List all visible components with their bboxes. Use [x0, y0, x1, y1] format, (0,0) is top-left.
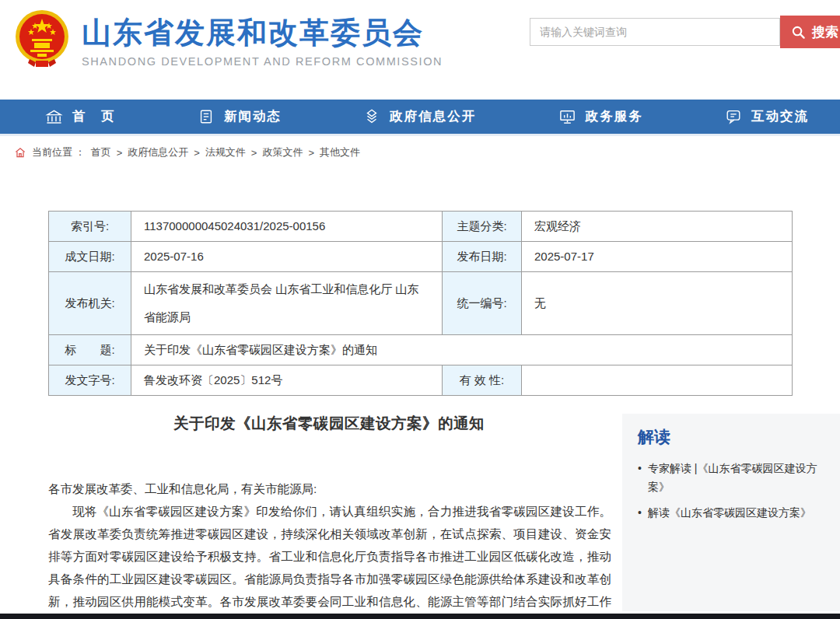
breadcrumb-separator: >	[117, 147, 123, 159]
nav-label: 互动交流	[751, 108, 809, 125]
footer-top-edge	[0, 614, 840, 619]
meta-value-unified-no: 无	[522, 272, 793, 335]
breadcrumb-prefix: 当前位置 ：	[32, 145, 86, 159]
table-row: 标 题: 关于印发《山东省零碳园区建设方案》的通知	[49, 335, 793, 365]
site-title: 山东省发展和改革委员会	[82, 17, 443, 50]
national-emblem-logo	[14, 8, 70, 68]
home-icon	[14, 146, 26, 159]
nav-bottom-strip	[0, 134, 840, 136]
search-button[interactable]: 搜索	[780, 16, 840, 48]
nav-item-gov-services[interactable]: 政务服务	[558, 108, 643, 126]
breadcrumb-policy-files[interactable]: 政策文件	[262, 145, 303, 159]
breadcrumb-other-files[interactable]: 其他文件	[320, 145, 360, 159]
article-title: 关于印发《山东省零碳园区建设方案》的通知	[48, 413, 610, 434]
site-brand: 山东省发展和改革委员会 SHANDONG DEVELOPMENT AND REF…	[82, 17, 443, 68]
meta-label-written-date: 成文日期:	[49, 242, 131, 272]
meta-label-issuer: 发布机关:	[49, 272, 131, 335]
meta-label-validity: 有 效 性:	[443, 365, 522, 396]
nav-item-info-disclosure[interactable]: 政府信息公开	[363, 108, 476, 125]
meta-value-publish-date: 2025-07-17	[522, 242, 793, 272]
interpretation-sidebar: 解读 • 专家解读 |《山东省零碳园区建设方案》 • 解读《山东省零碳园区建设方…	[622, 414, 840, 611]
monitor-chart-icon	[558, 108, 576, 126]
document-meta-table: 索引号: 113700000045024031/2025-00156 主题分类:…	[48, 211, 793, 396]
breadcrumb-info-disclosure[interactable]: 政府信息公开	[128, 145, 188, 159]
table-row: 发文字号: 鲁发改环资〔2025〕512号 有 效 性:	[49, 365, 793, 396]
chat-bubble-icon	[725, 108, 742, 125]
search-icon	[791, 25, 806, 40]
breadcrumb-separator: >	[251, 147, 257, 159]
nav-item-interaction[interactable]: 互动交流	[725, 108, 809, 125]
sidebar-link-interpretation[interactable]: 解读《山东省零碳园区建设方案》	[648, 503, 811, 522]
article-body: 各市发展改革委、工业和信息化局，有关市能源局: 现将《山东省零碳园区建设方案》印…	[48, 477, 611, 619]
meta-label-index-no: 索引号:	[49, 212, 131, 242]
breadcrumb: 当前位置 ： 首页 > 政府信息公开 > 法规文件 > 政策文件 > 其他文件	[14, 145, 360, 159]
sidebar-link-expert-interpretation[interactable]: 专家解读 |《山东省零碳园区建设方案》	[648, 459, 826, 496]
breadcrumb-regulation-files[interactable]: 法规文件	[205, 145, 246, 159]
meta-value-index-no: 113700000045024031/2025-00156	[131, 212, 443, 242]
news-icon	[198, 108, 215, 125]
bullet-icon: •	[638, 503, 642, 522]
sidebar-title: 解读	[638, 426, 826, 448]
search-input[interactable]	[530, 18, 780, 46]
article-paragraph: 现将《山东省零碳园区建设方案》印发给你们，请认真组织实施，合力推进我省零碳园区建…	[48, 500, 611, 619]
meta-value-issuer: 山东省发展和改革委员会 山东省工业和信息化厅 山东省能源局	[131, 272, 443, 335]
meta-label-publish-date: 发布日期:	[443, 242, 522, 272]
sidebar-list: • 专家解读 |《山东省零碳园区建设方案》 • 解读《山东省零碳园区建设方案》	[638, 459, 826, 522]
meta-label-doc-no: 发文字号:	[49, 365, 131, 396]
article-salutation: 各市发展改革委、工业和信息化局，有关市能源局:	[48, 477, 611, 500]
nav-item-home[interactable]: 首 页	[45, 108, 116, 126]
table-row: 索引号: 113700000045024031/2025-00156 主题分类:…	[49, 212, 793, 242]
site-subtitle: SHANDONG DEVELOPMENT AND REFORM COMMISSI…	[82, 55, 443, 68]
list-item: • 专家解读 |《山东省零碳园区建设方案》	[638, 459, 826, 496]
meta-label-title: 标 题:	[49, 335, 131, 365]
bullet-icon: •	[638, 459, 642, 496]
table-row: 发布机关: 山东省发展和改革委员会 山东省工业和信息化厅 山东省能源局 统一编号…	[49, 272, 793, 335]
breadcrumb-separator: >	[194, 147, 200, 159]
home-building-icon	[45, 108, 63, 126]
meta-label-unified-no: 统一编号:	[443, 272, 522, 335]
meta-value-validity	[522, 365, 793, 396]
nav-label: 首 页	[72, 108, 116, 125]
meta-value-title: 关于印发《山东省零碳园区建设方案》的通知	[131, 335, 793, 365]
breadcrumb-separator: >	[308, 147, 314, 159]
nav-label: 政务服务	[586, 108, 643, 125]
stacked-layers-icon	[363, 108, 380, 125]
search-bar: 搜索	[530, 16, 840, 47]
list-item: • 解读《山东省零碳园区建设方案》	[638, 503, 826, 522]
site-header: 山东省发展和改革委员会 SHANDONG DEVELOPMENT AND REF…	[0, 0, 840, 100]
breadcrumb-home[interactable]: 首页	[91, 145, 111, 159]
table-row: 成文日期: 2025-07-16 发布日期: 2025-07-17	[49, 242, 793, 272]
meta-label-topic: 主题分类:	[443, 212, 522, 242]
nav-label: 新闻动态	[224, 108, 282, 125]
nav-item-news[interactable]: 新闻动态	[198, 108, 282, 125]
main-nav: 首 页 新闻动态 政府信息公开 政务服务 互动交流	[0, 100, 840, 134]
meta-value-written-date: 2025-07-16	[131, 242, 443, 272]
meta-value-topic: 宏观经济	[522, 212, 793, 242]
nav-label: 政府信息公开	[390, 108, 476, 125]
search-button-label: 搜索	[812, 23, 838, 41]
meta-value-doc-no: 鲁发改环资〔2025〕512号	[131, 365, 443, 396]
